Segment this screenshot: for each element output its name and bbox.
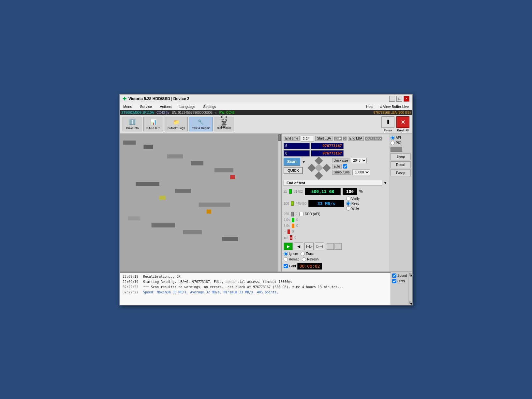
api-indicator — [391, 147, 402, 152]
max-label: MAX — [374, 137, 383, 140]
verify-radio[interactable]: Verify — [346, 197, 360, 201]
api-radio-item[interactable]: API — [391, 136, 411, 140]
read-radio[interactable]: Read — [346, 201, 360, 206]
menu-help[interactable]: Help — [364, 104, 376, 109]
drive-info-icon: ℹ️ — [128, 119, 136, 126]
smart-icon: 📊 — [150, 119, 157, 126]
ctrl-btn2[interactable] — [334, 243, 342, 250]
api-label: API — [396, 136, 401, 140]
play-button[interactable]: ▶ — [284, 243, 293, 250]
menu-language[interactable]: Language — [177, 104, 197, 109]
log-time-1: 22:09:19 — [123, 279, 140, 285]
menu-actions[interactable]: Actions — [158, 104, 173, 109]
title-bar: ✚ Victoria 5.28 HDD/SSD | Device 2 — □ ✕ — [120, 95, 412, 103]
menu-menu[interactable]: Menu — [121, 104, 134, 109]
log-scrollbar[interactable]: ▲ ▼ — [408, 272, 412, 305]
smart-button[interactable]: 📊 S.M.A.R.T. — [143, 117, 163, 131]
log-scroll-down[interactable]: ▼ — [409, 302, 411, 304]
start-lba-input[interactable] — [284, 143, 310, 149]
action-row: Ignore Erase — [284, 252, 387, 256]
bar-250 — [291, 212, 294, 216]
sn-close[interactable]: x — [215, 111, 217, 114]
grid-scrollbar[interactable] — [277, 134, 281, 272]
block-timeout-settings: block size 2048 auto timeout,ms — [332, 158, 370, 175]
stat-250: 250 — [284, 212, 289, 216]
menu-settings[interactable]: Settings — [201, 104, 218, 109]
bar-gt — [288, 229, 290, 234]
grid-timer-row: Grid 00:00:02 — [284, 263, 387, 270]
app-icon: ✚ — [123, 96, 126, 101]
smart-logs-button[interactable]: 📁 SMART Logs — [165, 117, 188, 131]
break-all-label: Break All — [397, 129, 409, 132]
cur-label: CUR — [334, 137, 342, 140]
minimize-button[interactable]: — — [389, 96, 395, 102]
scrollbar-thumb[interactable] — [278, 134, 281, 141]
block-size-setting: block size 2048 — [332, 158, 370, 163]
arrow-down-button[interactable] — [315, 171, 323, 180]
drive-info-label: Drive Info — [126, 126, 139, 130]
end-test-arrow[interactable]: ▼ — [383, 181, 387, 185]
scan-grid[interactable] — [120, 134, 282, 272]
remap-radio[interactable]: Remap — [284, 257, 299, 261]
log-line-0: 22:09:19 Recalibration... OK — [123, 274, 388, 279]
log-time-0: 22:09:19 — [123, 274, 140, 279]
test-repair-button[interactable]: 🔧 Test & Repair — [189, 117, 213, 131]
grid-checkbox[interactable] — [284, 264, 288, 268]
pio-radio-item[interactable]: PIO — [391, 141, 411, 145]
end-time-input[interactable] — [301, 136, 314, 141]
smart-logs-label: SMART Logs — [168, 126, 185, 130]
ddd-checkbox[interactable] — [299, 212, 303, 216]
ctrl-btn1[interactable] — [327, 243, 334, 250]
menu-right: Help ≡ View Buffer Live — [364, 104, 411, 109]
hints-checkbox[interactable] — [392, 279, 396, 283]
arrow-right-button[interactable] — [322, 164, 331, 172]
bar-3k — [292, 224, 294, 228]
block-size-select[interactable]: 2048 — [351, 158, 367, 163]
ignore-radio[interactable]: Ignore — [284, 252, 298, 256]
svg-rect-11 — [183, 230, 202, 234]
pause-label: Pause — [384, 129, 392, 132]
timeout-label: timeout,ms — [332, 170, 351, 175]
firmware-version: FW: CC43 — [219, 111, 235, 114]
scan-button[interactable]: Scan — [284, 158, 300, 166]
break-all-button[interactable]: ✕ — [396, 116, 409, 128]
timeout-select[interactable]: 10000 — [352, 170, 370, 175]
log-area: 22:09:19 Recalibration... OK 22:09:19 St… — [120, 272, 391, 305]
log-scroll-up[interactable]: ▲ — [409, 273, 411, 275]
write-radio[interactable]: Write — [346, 206, 360, 211]
stat-err: Err — [284, 236, 288, 239]
scan-dropdown-arrow[interactable]: ▼ — [302, 159, 306, 164]
passp-button[interactable]: Passp — [391, 170, 411, 176]
next-block-button[interactable]: ⊢▷ — [304, 243, 314, 250]
main-window: ✚ Victoria 5.28 HDD/SSD | Device 2 — □ ✕… — [119, 94, 413, 305]
drive-info-button[interactable]: ℹ️ Drive Info — [123, 117, 142, 131]
quick-button[interactable]: QUICK — [284, 167, 303, 174]
close-button[interactable]: ✕ — [404, 96, 409, 102]
cur-max-group2: CUR MAX — [365, 137, 382, 140]
log-line-3: 02:22:22 Speed: Maximum 33 MB/s. Average… — [123, 290, 388, 295]
svg-rect-13 — [159, 196, 166, 200]
sound-check[interactable]: Sound — [392, 273, 407, 278]
maximize-button[interactable]: □ — [396, 96, 402, 102]
svg-rect-1 — [123, 140, 136, 145]
pause-button[interactable]: ⏸ — [381, 116, 394, 128]
lba-input2[interactable] — [284, 150, 310, 156]
sleep-button[interactable]: Sleep — [391, 153, 411, 160]
rewind-button[interactable]: ◀ — [294, 243, 303, 250]
content-wrapper: End time Start LBA CUR 0 End LBA CUR MAX — [120, 134, 412, 305]
recall-button[interactable]: Recall — [391, 161, 411, 168]
auto-checkbox[interactable] — [343, 164, 347, 169]
menu-service[interactable]: Service — [138, 104, 154, 109]
pct-display: 100 — [343, 188, 357, 195]
stat-gt: > — [284, 230, 286, 233]
auto-setting: auto — [332, 164, 370, 169]
last-block-button[interactable]: ▷⊣ — [315, 243, 324, 250]
stat-100b: 445460 — [296, 202, 306, 205]
erase-radio[interactable]: Erase — [301, 252, 314, 256]
hints-check[interactable]: Hints — [392, 279, 407, 283]
sound-checkbox[interactable] — [392, 273, 396, 278]
disk-editor-button[interactable]: 010110101001 Disk Editor — [214, 117, 234, 131]
status-bar: ST500DM009-2F110A CC43 {'s SN: 012345678… — [120, 110, 412, 115]
refresh-radio[interactable]: Refresh — [302, 257, 318, 261]
view-buffer-live[interactable]: ≡ View Buffer Live — [378, 104, 411, 109]
